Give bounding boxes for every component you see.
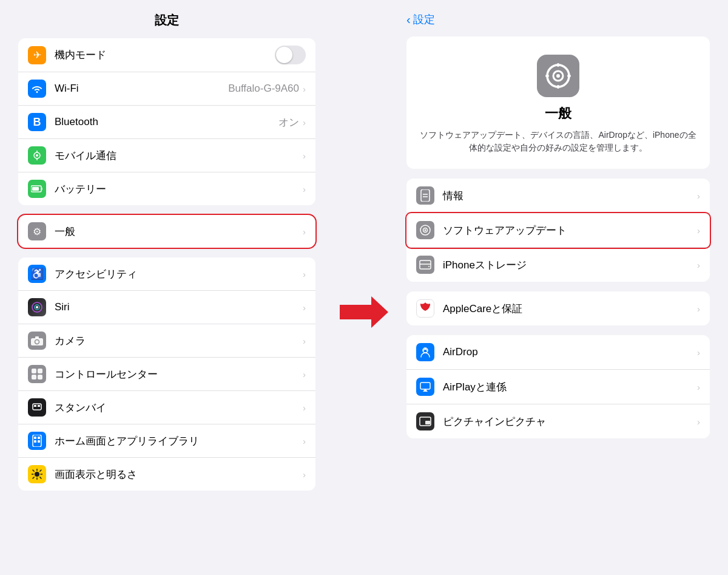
controlcenter-icon bbox=[28, 365, 46, 383]
settings-item-battery[interactable]: バッテリー › bbox=[18, 172, 315, 205]
svg-line-31 bbox=[40, 470, 41, 471]
back-chevron-icon: ‹ bbox=[406, 13, 411, 27]
battery-icon bbox=[28, 180, 46, 198]
svg-rect-16 bbox=[33, 404, 41, 410]
settings-item-display[interactable]: 画面表示と明るさ › bbox=[18, 458, 315, 491]
settings-item-mobile[interactable]: モバイル通信 › bbox=[18, 139, 315, 172]
info-label: 情報 bbox=[443, 189, 697, 203]
general-title: 一般 bbox=[545, 104, 571, 123]
svg-point-49 bbox=[428, 266, 430, 267]
airdrop-label: AirDrop bbox=[443, 346, 697, 358]
svg-rect-11 bbox=[35, 336, 39, 339]
right-item-softwareupdate[interactable]: ソフトウェアアップデート › bbox=[406, 213, 710, 248]
settings-item-siri[interactable]: Siri › bbox=[18, 291, 315, 324]
accessibility-icon: ♿ bbox=[28, 265, 46, 283]
battery-chevron: › bbox=[303, 184, 306, 194]
arrow-container bbox=[334, 294, 394, 330]
softwareupdate-icon bbox=[416, 221, 434, 239]
settings-item-controlcenter[interactable]: コントロールセンター › bbox=[18, 358, 315, 391]
svg-rect-53 bbox=[425, 421, 430, 424]
svg-rect-39 bbox=[545, 75, 549, 77]
svg-rect-20 bbox=[34, 437, 36, 439]
bluetooth-icon: B bbox=[28, 113, 46, 131]
wifi-chevron: › bbox=[303, 84, 306, 94]
accessibility-label: アクセシビリティ bbox=[55, 267, 303, 281]
storage-label: iPhoneストレージ bbox=[443, 258, 697, 272]
right-item-info[interactable]: 情報 › bbox=[406, 179, 710, 213]
settings-item-accessibility[interactable]: ♿ アクセシビリティ › bbox=[18, 257, 315, 291]
right-panel: ‹ 設定 一般 ソフトウェアアップデート、デバイスの言語、AirDropなど、i… bbox=[394, 0, 728, 575]
svg-rect-18 bbox=[38, 405, 40, 407]
svg-rect-37 bbox=[557, 63, 559, 67]
svg-rect-15 bbox=[38, 375, 42, 379]
wifi-label: Wi-Fi bbox=[55, 83, 228, 95]
general-chevron: › bbox=[303, 226, 306, 237]
settings-item-camera[interactable]: カメラ › bbox=[18, 324, 315, 358]
right-item-storage[interactable]: iPhoneストレージ › bbox=[406, 248, 710, 282]
svg-line-32 bbox=[33, 477, 34, 478]
applecare-label: AppleCareと保証 bbox=[443, 302, 697, 316]
display-label: 画面表示と明るさ bbox=[55, 468, 303, 481]
storage-icon bbox=[416, 256, 434, 274]
svg-rect-41 bbox=[421, 189, 430, 202]
battery-label: バッテリー bbox=[55, 182, 303, 196]
svg-rect-40 bbox=[567, 75, 571, 77]
pip-label: ピクチャインピクチャ bbox=[443, 415, 697, 429]
svg-rect-38 bbox=[557, 85, 559, 89]
homescreen-icon bbox=[28, 432, 46, 450]
right-group-sharing: AirDrop › AirPlayと連係 › ピクチャインピクチャ › bbox=[406, 335, 710, 438]
mobile-chevron: › bbox=[303, 151, 306, 161]
back-label: 設定 bbox=[413, 12, 435, 27]
general-app-icon bbox=[537, 55, 579, 97]
svg-rect-47 bbox=[420, 260, 431, 269]
settings-item-wifi[interactable]: Wi-Fi Buffalo-G-9A60 › bbox=[18, 72, 315, 106]
airplay-icon bbox=[416, 378, 434, 396]
right-item-applecare[interactable]: AppleCareと保証 › bbox=[406, 291, 710, 325]
general-icon: ⚙ bbox=[28, 222, 46, 240]
svg-rect-22 bbox=[34, 440, 36, 443]
siri-label: Siri bbox=[55, 301, 303, 313]
svg-rect-21 bbox=[38, 437, 40, 439]
settings-item-standby[interactable]: スタンバイ › bbox=[18, 391, 315, 424]
left-panel: 設定 ✈ 機内モード Wi-Fi Buffalo-G-9A60 › B Blue… bbox=[0, 0, 334, 575]
svg-rect-51 bbox=[420, 383, 430, 389]
bluetooth-chevron: › bbox=[303, 117, 306, 128]
settings-group-general: ⚙ 一般 › bbox=[18, 215, 315, 248]
display-icon bbox=[28, 465, 46, 483]
svg-rect-17 bbox=[34, 405, 36, 407]
airplane-mode-toggle[interactable] bbox=[275, 46, 306, 64]
svg-line-29 bbox=[33, 470, 34, 471]
general-label: 一般 bbox=[55, 225, 303, 239]
mobile-icon bbox=[28, 146, 46, 165]
applecare-icon bbox=[416, 299, 434, 318]
softwareupdate-label: ソフトウェアアップデート bbox=[443, 223, 697, 237]
camera-icon bbox=[28, 332, 46, 350]
pip-icon bbox=[416, 412, 434, 430]
right-item-pip[interactable]: ピクチャインピクチャ › bbox=[406, 404, 710, 438]
wifi-icon bbox=[28, 80, 46, 98]
standby-icon bbox=[28, 398, 46, 417]
svg-rect-12 bbox=[32, 369, 36, 373]
standby-label: スタンバイ bbox=[55, 401, 303, 415]
settings-item-general[interactable]: ⚙ 一般 › bbox=[18, 215, 315, 248]
svg-point-1 bbox=[36, 154, 38, 157]
svg-marker-33 bbox=[340, 296, 388, 328]
settings-item-homescreen[interactable]: ホーム画面とアプリライブラリ › bbox=[18, 424, 315, 458]
wifi-value: Buffalo-G-9A60 bbox=[228, 83, 299, 95]
right-item-airdrop[interactable]: AirDrop › bbox=[406, 335, 710, 370]
settings-group-connectivity: ✈ 機内モード Wi-Fi Buffalo-G-9A60 › B Bluetoo… bbox=[18, 38, 315, 205]
airplane-mode-icon: ✈ bbox=[28, 46, 46, 64]
settings-item-bluetooth[interactable]: B Bluetooth オン › bbox=[18, 106, 315, 139]
svg-rect-23 bbox=[38, 440, 40, 443]
svg-rect-13 bbox=[38, 369, 42, 373]
svg-rect-5 bbox=[32, 187, 39, 191]
left-panel-title: 設定 bbox=[155, 12, 179, 29]
right-item-airplay[interactable]: AirPlayと連係 › bbox=[406, 370, 710, 404]
info-icon bbox=[416, 186, 434, 205]
svg-point-24 bbox=[35, 472, 39, 477]
settings-item-airplane[interactable]: ✈ 機内モード bbox=[18, 38, 315, 72]
right-group-system: 情報 › ソフトウェアアップデート › iPhoneストレージ › bbox=[406, 179, 710, 282]
svg-point-8 bbox=[36, 306, 38, 308]
svg-point-46 bbox=[425, 230, 426, 231]
back-navigation[interactable]: ‹ 設定 bbox=[406, 12, 710, 27]
